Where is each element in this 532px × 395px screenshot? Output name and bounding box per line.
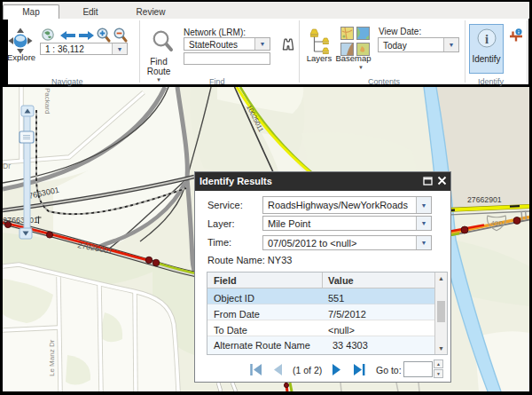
- svg-text:Dr: Dr: [3, 162, 11, 170]
- svg-text:i: i: [485, 32, 489, 46]
- svg-text:27663101: 27663101: [3, 216, 38, 225]
- svg-text:27662901: 27662901: [467, 195, 502, 204]
- svg-text:Packard: Packard: [43, 88, 51, 114]
- svg-text:Le Manz Dr: Le Manz Dr: [48, 339, 56, 376]
- svg-text:490: 490: [490, 219, 503, 227]
